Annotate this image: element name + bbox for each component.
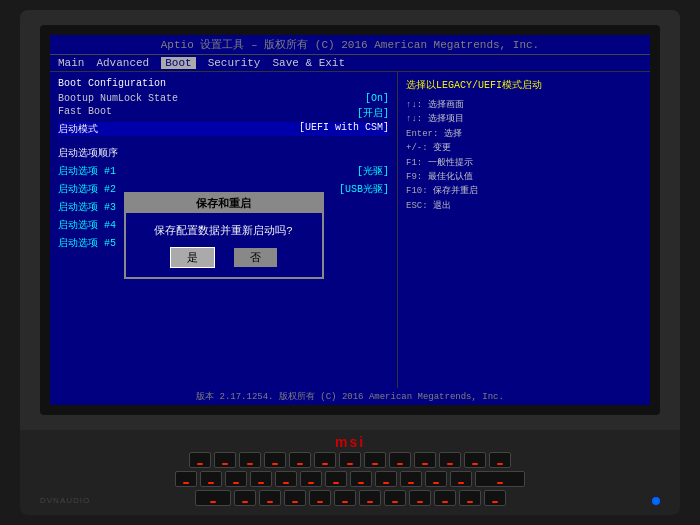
dvnaudio-label: DVNAUDIO (40, 496, 90, 505)
dialog-yes-button[interactable]: 是 (171, 248, 214, 267)
key-o[interactable] (434, 490, 456, 506)
title-text: Aptio 设置工具 – 版权所有 (C) 2016 American Mega… (161, 39, 539, 51)
help-row-5: F1: 一般性提示 (406, 156, 642, 170)
dialog-title: 保存和重启 (126, 194, 322, 213)
bios-screen: Aptio 设置工具 – 版权所有 (C) 2016 American Mega… (50, 35, 650, 405)
nav-main[interactable]: Main (58, 57, 84, 69)
blue-indicator (652, 497, 660, 505)
key-p[interactable] (459, 490, 481, 506)
key-9[interactable] (400, 471, 422, 487)
laptop-outer: Aptio 设置工具 – 版权所有 (C) 2016 American Mega… (20, 10, 680, 430)
key-f6[interactable] (339, 452, 361, 468)
key-tilde[interactable] (175, 471, 197, 487)
key-2[interactable] (225, 471, 247, 487)
key-f7[interactable] (364, 452, 386, 468)
help-text: ↑↓: 选择画面 ↑↓: 选择项目 Enter: 选择 +/-: 变更 F1: … (406, 98, 642, 213)
nav-bar: Main Advanced Boot Security Save & Exit (50, 55, 650, 72)
nav-save-exit[interactable]: Save & Exit (272, 57, 345, 69)
key-8[interactable] (375, 471, 397, 487)
key-6[interactable] (325, 471, 347, 487)
screen-bezel: Aptio 设置工具 – 版权所有 (C) 2016 American Mega… (40, 25, 660, 415)
key-row-1 (189, 452, 511, 468)
nav-advanced[interactable]: Advanced (96, 57, 149, 69)
key-row-2 (175, 471, 525, 487)
bios-title: Aptio 设置工具 – 版权所有 (C) 2016 American Mega… (50, 35, 650, 55)
help-row-7: F10: 保存并重启 (406, 184, 642, 198)
keyboard-area: msi (20, 430, 680, 515)
key-esc[interactable] (189, 452, 211, 468)
key-f11[interactable] (464, 452, 486, 468)
help-row-6: F9: 最佳化认值 (406, 170, 642, 184)
key-r[interactable] (309, 490, 331, 506)
help-row-4: +/-: 变更 (406, 141, 642, 155)
main-content: Boot Configuration Bootup NumLock State … (50, 72, 650, 398)
dialog-overlay: 保存和重启 保存配置数据并重新启动吗? 是 否 (50, 72, 397, 398)
key-row-3 (195, 490, 506, 506)
keyboard-rows (175, 452, 525, 506)
dialog-buttons: 是 否 (126, 244, 322, 277)
key-f5[interactable] (314, 452, 336, 468)
key-f8[interactable] (389, 452, 411, 468)
key-4[interactable] (275, 471, 297, 487)
key-y[interactable] (359, 490, 381, 506)
key-f3[interactable] (264, 452, 286, 468)
left-panel: Boot Configuration Bootup NumLock State … (50, 72, 398, 398)
nav-boot[interactable]: Boot (161, 57, 195, 69)
key-i[interactable] (409, 490, 431, 506)
key-5[interactable] (300, 471, 322, 487)
key-u[interactable] (384, 490, 406, 506)
key-f4[interactable] (289, 452, 311, 468)
key-t[interactable] (334, 490, 356, 506)
key-backspace[interactable] (475, 471, 525, 487)
key-0[interactable] (425, 471, 447, 487)
dialog-message: 保存配置数据并重新启动吗? (126, 213, 322, 244)
key-e[interactable] (284, 490, 306, 506)
key-w[interactable] (259, 490, 281, 506)
help-row-2: ↑↓: 选择项目 (406, 112, 642, 126)
right-panel-title: 选择以LEGACY/UEFI模式启动 (406, 78, 642, 92)
dialog-no-button[interactable]: 否 (234, 248, 277, 267)
key-3[interactable] (250, 471, 272, 487)
nav-security[interactable]: Security (208, 57, 261, 69)
help-row-8: ESC: 退出 (406, 199, 642, 213)
key-tab[interactable] (195, 490, 231, 506)
key-q[interactable] (234, 490, 256, 506)
help-row-3: Enter: 选择 (406, 127, 642, 141)
key-f12[interactable] (489, 452, 511, 468)
help-row-1: ↑↓: 选择画面 (406, 98, 642, 112)
key-f1[interactable] (214, 452, 236, 468)
key-7[interactable] (350, 471, 372, 487)
key-minus[interactable] (450, 471, 472, 487)
key-f9[interactable] (414, 452, 436, 468)
dialog-box: 保存和重启 保存配置数据并重新启动吗? 是 否 (124, 192, 324, 279)
right-panel: 选择以LEGACY/UEFI模式启动 ↑↓: 选择画面 ↑↓: 选择项目 Ent… (398, 72, 650, 398)
key-f2[interactable] (239, 452, 261, 468)
key-bracket-l[interactable] (484, 490, 506, 506)
key-f10[interactable] (439, 452, 461, 468)
key-1[interactable] (200, 471, 222, 487)
msi-logo: msi (335, 434, 365, 450)
